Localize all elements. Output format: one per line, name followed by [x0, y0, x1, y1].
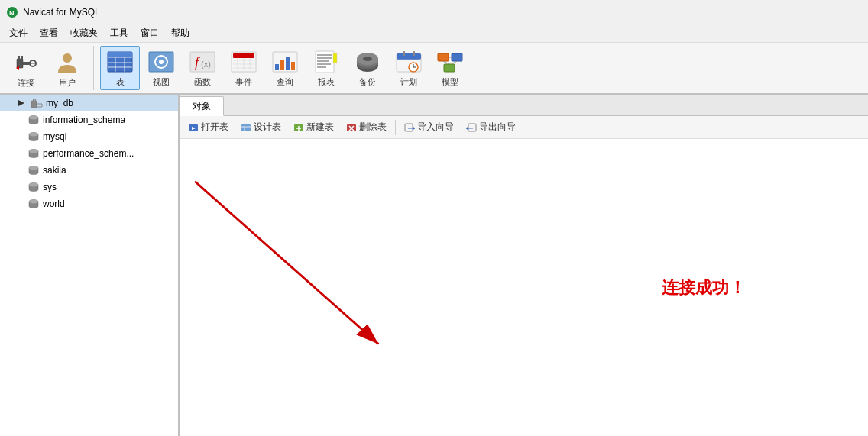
tab-bar: 对象 [180, 95, 868, 116]
menu-window[interactable]: 窗口 [134, 25, 165, 41]
database-icon [28, 147, 40, 160]
expand-icon [15, 97, 28, 109]
tree-label-my-db: my_db [46, 98, 73, 108]
toolbar-model-button[interactable]: 模型 [430, 46, 470, 90]
view-icon [147, 48, 175, 75]
toolbar-view-button[interactable]: 视图 [141, 46, 181, 90]
toolbar-function-button[interactable]: f (x) 函数 [183, 46, 222, 90]
toolbar-backup-button[interactable]: 备份 [348, 46, 387, 90]
svg-point-19 [159, 60, 164, 64]
action-toolbar: 打开表 设计表 新建表 [180, 116, 868, 139]
svg-rect-58 [444, 64, 455, 72]
open-table-button[interactable]: 打开表 [183, 118, 234, 136]
svg-line-61 [452, 61, 457, 64]
database-icon [28, 114, 40, 126]
svg-rect-92 [468, 124, 476, 131]
svg-line-60 [443, 61, 449, 64]
export-wizard-button[interactable]: 导出向导 [461, 118, 521, 136]
right-panel: 对象 打开表 设计表 [180, 95, 868, 436]
event-icon [230, 48, 257, 75]
tree-item-information-schema[interactable]: information_schema [0, 111, 178, 128]
open-table-icon [188, 122, 199, 133]
menu-view[interactable]: 查看 [34, 25, 64, 41]
tree-item-sys[interactable]: sys [0, 179, 178, 195]
new-table-icon [293, 122, 304, 133]
toolbar-report-button[interactable]: 报表 [306, 46, 346, 90]
svg-rect-40 [317, 63, 331, 65]
toolbar-group-objects: 表 视图 f (x) 函数 [100, 46, 476, 90]
svg-rect-3 [18, 56, 20, 60]
svg-rect-51 [413, 51, 415, 56]
query-label: 查询 [277, 76, 293, 88]
svg-rect-89 [405, 124, 413, 131]
action-separator [395, 120, 396, 135]
design-table-label: 设计表 [254, 121, 281, 134]
toolbar-event-button[interactable]: 事件 [224, 46, 264, 90]
toolbar-group-connection: 连接 用户 [6, 46, 94, 90]
toolbar-user-button[interactable]: 用户 [47, 46, 87, 90]
svg-rect-38 [317, 57, 332, 59]
svg-rect-50 [403, 51, 405, 56]
title-bar: N Navicat for MySQL [0, 0, 868, 24]
app-title: Navicat for MySQL [23, 7, 100, 18]
schedule-label: 计划 [400, 76, 417, 88]
query-icon [271, 48, 299, 75]
model-icon [436, 48, 464, 75]
content-area: 连接成功！ [180, 139, 868, 436]
import-wizard-button[interactable]: 导入向导 [399, 118, 459, 136]
model-label: 模型 [442, 76, 458, 88]
toolbar: 连接 用户 [0, 43, 868, 95]
tree-item-performance-schema[interactable]: performance_schem... [0, 145, 178, 162]
tree-label-mysql: mysql [43, 131, 66, 142]
connect-label: 连接 [18, 77, 34, 89]
design-table-icon [241, 122, 251, 133]
tree-label-world: world [43, 199, 65, 209]
toolbar-connect-button[interactable]: 连接 [6, 46, 46, 90]
backup-label: 备份 [359, 76, 376, 88]
arrow-graphic [180, 139, 868, 436]
export-wizard-label: 导出向导 [479, 121, 516, 134]
user-label: 用户 [59, 77, 76, 89]
export-icon [466, 122, 477, 133]
backup-icon [354, 48, 381, 75]
toolbar-query-button[interactable]: 查询 [265, 46, 305, 90]
tree-item-world[interactable]: world [0, 195, 178, 212]
svg-point-75 [29, 183, 38, 187]
svg-marker-62 [18, 100, 24, 106]
svg-rect-57 [452, 53, 462, 61]
tree-item-my-db[interactable]: my_db [0, 95, 178, 111]
menu-file[interactable]: 文件 [3, 25, 34, 41]
import-icon [404, 122, 415, 133]
database-icon [28, 131, 40, 143]
report-label: 报表 [318, 76, 335, 88]
new-table-button[interactable]: 新建表 [288, 118, 339, 136]
menu-tools[interactable]: 工具 [104, 25, 134, 41]
menu-favorites[interactable]: 收藏夹 [64, 25, 104, 41]
function-label: 函数 [194, 76, 211, 88]
table-label: 表 [116, 76, 125, 88]
delete-table-button[interactable]: 删除表 [341, 118, 392, 136]
svg-point-9 [63, 53, 72, 63]
tree-item-sakila[interactable]: sakila [0, 162, 178, 179]
svg-rect-65 [35, 99, 37, 102]
svg-rect-34 [286, 57, 290, 70]
tree-item-mysql[interactable]: mysql [0, 128, 178, 145]
svg-rect-64 [33, 99, 34, 102]
menu-help[interactable]: 帮助 [165, 25, 196, 41]
svg-point-71 [29, 150, 38, 153]
database-icon [28, 198, 40, 210]
svg-rect-80 [241, 124, 251, 131]
svg-rect-33 [280, 60, 284, 70]
toolbar-table-button[interactable]: 表 [100, 46, 140, 90]
svg-rect-42 [333, 53, 337, 63]
design-table-button[interactable]: 设计表 [235, 118, 287, 136]
tree-label-sys: sys [43, 182, 57, 192]
tab-objects-label: 对象 [193, 100, 211, 113]
delete-table-label: 删除表 [359, 121, 387, 134]
tab-objects[interactable]: 对象 [180, 96, 224, 116]
toolbar-schedule-button[interactable]: 计划 [389, 46, 429, 90]
schedule-icon [395, 48, 423, 75]
table-icon [106, 48, 134, 75]
connect-icon [12, 48, 40, 76]
open-table-label: 打开表 [201, 121, 228, 134]
